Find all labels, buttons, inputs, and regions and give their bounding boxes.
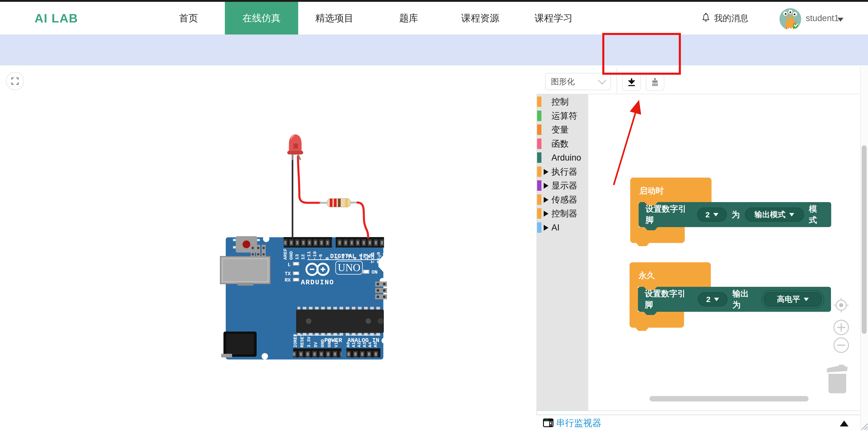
led[interactable]: [287, 134, 303, 160]
circuit-canvas[interactable]: AREF GND 13 12 ~11 ~10 ~9 8 7 ~6 ~5 4 ~3…: [0, 65, 536, 431]
category-functions[interactable]: 函数: [536, 138, 588, 150]
pin-label: GND: [289, 251, 294, 260]
serial-monitor-icon: [543, 418, 554, 429]
pin-dropdown[interactable]: 2: [698, 292, 727, 306]
zoom-out-button[interactable]: [833, 337, 849, 354]
recenter-button[interactable]: [833, 297, 849, 314]
category-label: 变量: [551, 124, 569, 135]
nav-item-course-resources[interactable]: 课程资源: [448, 2, 513, 34]
nav-item-featured-projects[interactable]: 精选项目: [302, 2, 367, 34]
pin-dropdown[interactable]: 2: [697, 208, 727, 222]
block-on-start-top[interactable]: 启动时: [630, 178, 712, 203]
arduino-circuit[interactable]: AREF GND 13 12 ~11 ~10 ~9 8 7 ~6 ~5 4 ~3…: [216, 123, 397, 377]
digital-header-right[interactable]: [336, 237, 384, 248]
power-header[interactable]: [293, 348, 341, 358]
block-forever-top[interactable]: 永久: [629, 262, 711, 287]
block-on-start-spine[interactable]: [630, 202, 639, 227]
user-menu-caret-icon[interactable]: [838, 18, 843, 22]
pin-dropdown-value: 2: [706, 295, 711, 304]
mode-dropdown[interactable]: 输出模式: [745, 208, 804, 222]
pin2-wire[interactable]: [358, 203, 368, 238]
pin-label: IOREF: [293, 334, 298, 347]
pin-label: 12: [301, 254, 306, 260]
pin-label: A4: [368, 342, 373, 347]
nav-item-simulation[interactable]: 在线仿真: [225, 2, 298, 34]
mode-select[interactable]: 图形化: [545, 73, 611, 90]
serial-monitor-label[interactable]: 串行监视器: [556, 416, 601, 430]
expand-arrow-icon[interactable]: [544, 225, 549, 231]
app-logo[interactable]: AI LAB: [34, 2, 78, 34]
category-color-bar: [537, 194, 541, 205]
level-dropdown-value: 高电平: [777, 294, 800, 305]
digital-header-left[interactable]: [284, 237, 332, 248]
category-color-bar: [537, 180, 541, 191]
category-controllers[interactable]: 控制器: [536, 208, 588, 220]
category-control[interactable]: 控制: [536, 96, 588, 108]
expand-arrow-icon[interactable]: [544, 197, 549, 203]
resistor[interactable]: [327, 198, 351, 207]
block-text: 为: [732, 209, 740, 220]
category-operators[interactable]: 运算符: [536, 111, 588, 122]
value-socket: 高电平: [762, 290, 824, 308]
category-label: 函数: [551, 138, 569, 149]
led-anode-wire[interactable]: [298, 156, 320, 203]
block-text: 设置数字引脚: [645, 288, 693, 310]
dropdown-arrow-icon: [714, 298, 719, 301]
microcontroller-chip: [296, 307, 384, 336]
block-forever-spine[interactable]: [629, 287, 638, 312]
nav-item-course-learning[interactable]: 课程学习: [521, 2, 586, 34]
category-arduino[interactable]: Arduino: [536, 152, 588, 164]
level-dropdown[interactable]: 高电平: [764, 292, 822, 307]
nav-item-home[interactable]: 首页: [173, 2, 205, 34]
bell-icon: [701, 12, 711, 24]
block-text: 输出为: [733, 288, 756, 310]
mount-hole: [381, 338, 388, 344]
arduino-brand-label: ARDUINO: [301, 279, 334, 286]
resize-handle[interactable]: [860, 422, 868, 431]
expand-arrow-icon[interactable]: [544, 211, 549, 217]
pin-label: A0: [346, 342, 351, 347]
category-color-bar: [537, 96, 541, 107]
analog-header[interactable]: [346, 348, 380, 358]
pin-label: RESET: [300, 334, 305, 347]
my-messages-button[interactable]: 我的消息: [701, 2, 748, 34]
usb-connector: [220, 256, 270, 284]
fullscreen-button[interactable]: [6, 72, 24, 90]
pin-label: A3: [362, 342, 367, 347]
block-on-start-bottom[interactable]: [630, 227, 685, 243]
zoom-in-button[interactable]: [833, 319, 849, 337]
led-rx-label: RX: [285, 277, 291, 283]
trash-icon[interactable]: [825, 363, 849, 396]
collapse-arrow-icon[interactable]: [840, 421, 848, 427]
block-set-pin-mode[interactable]: 设置数字引脚 2 为 输出模式 模式: [639, 202, 831, 227]
expand-arrow-icon[interactable]: [544, 183, 549, 189]
annotation-highlight-box: [602, 33, 681, 75]
category-displays[interactable]: 显示器: [536, 180, 588, 192]
block-forever-bottom[interactable]: [629, 312, 684, 328]
category-sensors[interactable]: 传感器: [536, 194, 588, 206]
expand-arrow-icon[interactable]: [544, 169, 549, 175]
reset-button: [233, 236, 260, 252]
clean-workspace-button[interactable]: [646, 74, 664, 91]
category-ai[interactable]: AI: [536, 222, 588, 234]
category-actuators[interactable]: 执行器: [536, 166, 588, 178]
pin-label: A1: [351, 342, 356, 347]
dropdown-arrow-icon: [804, 298, 809, 301]
navbar: AI LAB 首页 在线仿真 精选项目 题库 课程资源 课程学习 我的消息: [0, 2, 868, 34]
category-label: Arduino: [551, 152, 581, 163]
app-root: AI LAB 首页 在线仿真 精选项目 题库 课程资源 课程学习 我的消息: [0, 0, 868, 431]
nav-item-question-bank[interactable]: 题库: [387, 2, 430, 34]
username[interactable]: student1: [806, 2, 839, 34]
avatar[interactable]: [779, 8, 801, 30]
category-variables[interactable]: 变量: [536, 124, 588, 136]
download-blocks-button[interactable]: [622, 74, 641, 91]
horizontal-scrollbar[interactable]: [650, 396, 808, 401]
dropdown-arrow-icon: [713, 213, 718, 216]
block-set-pin-output[interactable]: 设置数字引脚 2 输出为 高电平: [638, 287, 831, 312]
chevron-down-icon: [598, 76, 607, 85]
category-label: 传感器: [551, 194, 577, 205]
category-label: 运算符: [551, 111, 577, 121]
page-scrollbar-thumb[interactable]: [862, 145, 867, 334]
pin-label: 3.3V: [306, 337, 312, 347]
pin-label: GND: [320, 339, 325, 347]
